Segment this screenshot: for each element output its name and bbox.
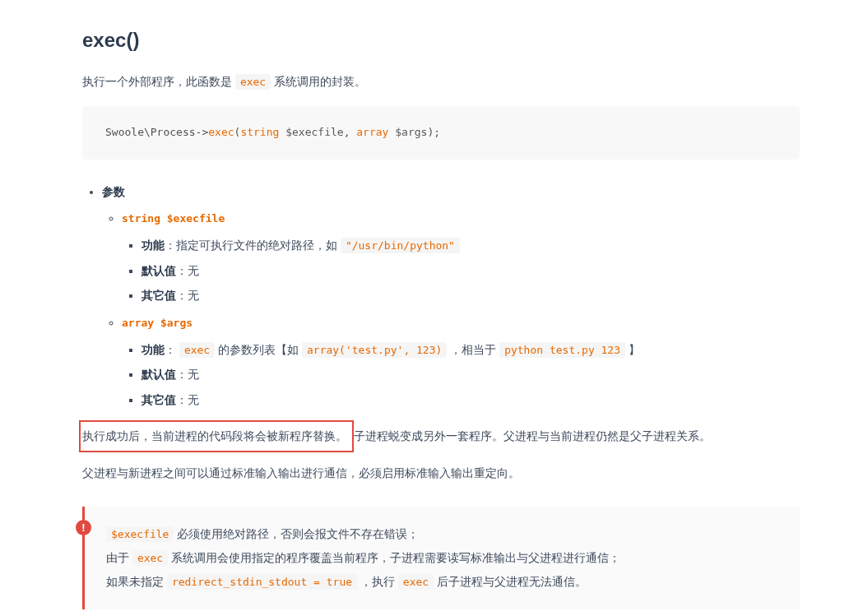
param1-line2: 默认值：无 bbox=[142, 262, 800, 280]
params-heading: 参数 bbox=[102, 185, 125, 198]
result-paragraph: 执行成功后，当前进程的代码段将会被新程序替换。子进程蜕变成另外一套程序。父进程与… bbox=[82, 420, 800, 452]
intro-inline-code: exec bbox=[235, 74, 271, 90]
param2-l1-label: 功能 bbox=[142, 343, 165, 356]
params-heading-item: 参数 string $execfile 功能：指定可执行文件的绝对路径，如 "/… bbox=[102, 183, 800, 409]
param1-l3-label: 其它值 bbox=[142, 289, 176, 302]
method-intro: 执行一个外部程序，此函数是 exec 系统调用的封装。 bbox=[82, 72, 800, 91]
note-line3: 如果未指定 redirect_stdin_stdout = true ，执行 e… bbox=[106, 572, 783, 591]
param1-l1-text: ：指定可执行文件的绝对路径，如 bbox=[165, 239, 341, 252]
param2-l3-label: 其它值 bbox=[142, 393, 176, 406]
param1-decl: string $execfile bbox=[122, 212, 225, 225]
param1-l3-text: ：无 bbox=[176, 289, 199, 302]
param1-l2-text: ：无 bbox=[176, 264, 199, 277]
param1-l1-label: 功能 bbox=[142, 239, 165, 252]
param2-line2: 默认值：无 bbox=[142, 365, 800, 383]
note-l3-code2: exec bbox=[398, 574, 434, 590]
result-highlight-box: 执行成功后，当前进程的代码段将会被新程序替换。 bbox=[79, 420, 354, 452]
param2-l1-code2: array('test.py', 123) bbox=[302, 342, 447, 358]
sig-prefix: Swoole\Process-> bbox=[105, 126, 208, 138]
note-l2-before: 由于 bbox=[106, 551, 132, 564]
sig-p1-name: $execfile bbox=[285, 126, 343, 138]
param1-item: string $execfile 功能：指定可执行文件的绝对路径，如 "/usr… bbox=[122, 209, 800, 304]
signature-code-block: Swoole\Process->exec(string $execfile, a… bbox=[82, 106, 800, 160]
intro-text-before: 执行一个外部程序，此函数是 bbox=[82, 75, 235, 88]
param2-l1-code1: exec bbox=[179, 342, 215, 358]
param2-item: array $args 功能： exec 的参数列表【如 array('test… bbox=[122, 313, 800, 409]
param1-l2-label: 默认值 bbox=[142, 264, 176, 277]
param2-l1-text3: 】 bbox=[625, 343, 640, 356]
note-l1-code: $execfile bbox=[106, 526, 174, 542]
note-l1-text: 必须使用绝对路径，否则会报文件不存在错误； bbox=[174, 527, 419, 540]
sig-fn: exec bbox=[208, 126, 234, 138]
param2-line1: 功能： exec 的参数列表【如 array('test.py', 123) ，… bbox=[142, 340, 800, 359]
note-l3-code: redirect_stdin_stdout = true bbox=[167, 574, 357, 590]
note-l2-code: exec bbox=[132, 550, 168, 566]
param2-l1-text2: ，相当于 bbox=[447, 343, 499, 356]
param2-l1-sep: ： bbox=[165, 343, 176, 356]
param2-l2-label: 默认值 bbox=[142, 368, 176, 381]
note-l3-before: 如果未指定 bbox=[106, 575, 167, 588]
note-l3-after: 后子进程与父进程无法通信。 bbox=[434, 575, 587, 588]
sig-p2-type: array bbox=[356, 126, 388, 138]
param2-l1-text1: 的参数列表【如 bbox=[215, 343, 302, 356]
result-rest: 子进程蜕变成另外一套程序。父进程与当前进程仍然是父子进程关系。 bbox=[354, 429, 711, 442]
warning-note: ! $execfile 必须使用绝对路径，否则会报文件不存在错误； 由于 exe… bbox=[82, 507, 800, 609]
note-line1: $execfile 必须使用绝对路径，否则会报文件不存在错误； bbox=[106, 525, 783, 544]
param1-line1: 功能：指定可执行文件的绝对路径，如 "/usr/bin/python" bbox=[142, 236, 800, 255]
note-l3-mid: ，执行 bbox=[357, 575, 398, 588]
intro-text-after: 系统调用的封装。 bbox=[274, 75, 366, 88]
extra-paragraph: 父进程与新进程之间可以通过标准输入输出进行通信，必须启用标准输入输出重定向。 bbox=[82, 464, 800, 482]
note-line2: 由于 exec 系统调用会使用指定的程序覆盖当前程序，子进程需要读写标准输出与父… bbox=[106, 549, 783, 567]
params-list: 参数 string $execfile 功能：指定可执行文件的绝对路径，如 "/… bbox=[82, 183, 800, 409]
param2-decl: array $args bbox=[122, 317, 193, 329]
sig-p2-name: $args bbox=[395, 126, 427, 138]
param2-l1-code3: python test.py 123 bbox=[499, 342, 625, 358]
param2-l3-text: ：无 bbox=[176, 393, 199, 406]
sig-p1-type: string bbox=[240, 126, 279, 138]
param1-l1-code: "/usr/bin/python" bbox=[341, 238, 460, 253]
param1-line3: 其它值：无 bbox=[142, 286, 800, 304]
method-title: exec() bbox=[82, 25, 800, 56]
param2-l2-text: ：无 bbox=[176, 368, 199, 381]
note-l2-after: 系统调用会使用指定的程序覆盖当前程序，子进程需要读写标准输出与父进程进行通信； bbox=[168, 551, 620, 564]
param2-line3: 其它值：无 bbox=[142, 391, 800, 409]
warning-icon: ! bbox=[76, 520, 91, 535]
